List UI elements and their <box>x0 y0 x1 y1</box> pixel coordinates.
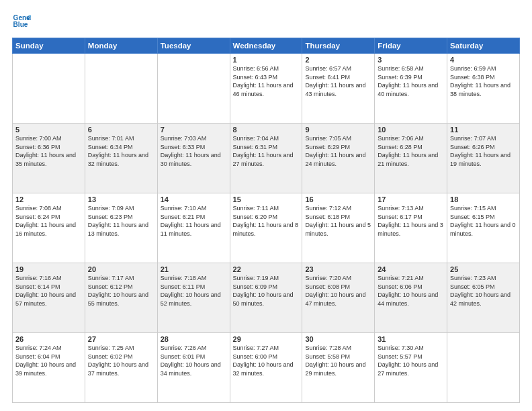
day-info: Sunrise: 7:05 AM Sunset: 6:29 PM Dayligh… <box>305 134 371 168</box>
day-number: 14 <box>161 195 227 203</box>
day-info: Sunrise: 7:15 AM Sunset: 6:15 PM Dayligh… <box>450 204 517 238</box>
day-number: 15 <box>233 195 300 203</box>
calendar-cell: 5Sunrise: 7:00 AM Sunset: 6:36 PM Daylig… <box>13 124 85 193</box>
day-info: Sunrise: 7:26 AM Sunset: 6:01 PM Dayligh… <box>161 344 227 377</box>
calendar-cell: 6Sunrise: 7:01 AM Sunset: 6:34 PM Daylig… <box>85 124 157 193</box>
day-info: Sunrise: 7:01 AM Sunset: 6:34 PM Dayligh… <box>88 134 154 168</box>
calendar-table: SundayMondayTuesdayWednesdayThursdayFrid… <box>12 38 520 403</box>
day-number: 3 <box>378 56 444 64</box>
calendar-cell: 3Sunrise: 6:58 AM Sunset: 6:39 PM Daylig… <box>375 54 447 124</box>
day-info: Sunrise: 6:57 AM Sunset: 6:41 PM Dayligh… <box>305 64 371 98</box>
week-row-1: 1Sunrise: 6:56 AM Sunset: 6:43 PM Daylig… <box>13 54 520 124</box>
day-info: Sunrise: 7:24 AM Sunset: 6:04 PM Dayligh… <box>15 344 82 377</box>
day-number: 26 <box>15 335 82 343</box>
day-number: 28 <box>161 335 227 343</box>
day-info: Sunrise: 7:16 AM Sunset: 6:14 PM Dayligh… <box>15 274 82 308</box>
week-row-3: 12Sunrise: 7:08 AM Sunset: 6:24 PM Dayli… <box>13 193 520 263</box>
day-number: 6 <box>88 126 154 134</box>
day-header-sunday: Sunday <box>13 38 85 54</box>
day-number: 16 <box>305 195 371 203</box>
day-number: 24 <box>378 265 444 273</box>
logo-icon: General Blue <box>12 12 31 31</box>
day-info: Sunrise: 7:07 AM Sunset: 6:26 PM Dayligh… <box>450 134 517 168</box>
day-info: Sunrise: 7:00 AM Sunset: 6:36 PM Dayligh… <box>15 134 82 168</box>
calendar-cell: 7Sunrise: 7:03 AM Sunset: 6:33 PM Daylig… <box>157 124 230 193</box>
day-header-tuesday: Tuesday <box>157 38 230 54</box>
week-row-2: 5Sunrise: 7:00 AM Sunset: 6:36 PM Daylig… <box>13 124 520 193</box>
calendar-cell: 26Sunrise: 7:24 AM Sunset: 6:04 PM Dayli… <box>13 333 85 403</box>
day-number: 25 <box>450 265 517 273</box>
calendar-cell: 8Sunrise: 7:04 AM Sunset: 6:31 PM Daylig… <box>230 124 302 193</box>
day-number: 10 <box>378 126 444 134</box>
calendar-cell: 13Sunrise: 7:09 AM Sunset: 6:23 PM Dayli… <box>85 193 157 263</box>
day-info: Sunrise: 7:19 AM Sunset: 6:09 PM Dayligh… <box>233 274 300 308</box>
day-info: Sunrise: 7:30 AM Sunset: 5:57 PM Dayligh… <box>378 344 444 377</box>
calendar-cell: 29Sunrise: 7:27 AM Sunset: 6:00 PM Dayli… <box>230 333 302 403</box>
logo: General Blue <box>12 12 34 31</box>
day-number: 31 <box>378 335 444 343</box>
calendar-cell: 12Sunrise: 7:08 AM Sunset: 6:24 PM Dayli… <box>13 193 85 263</box>
day-info: Sunrise: 7:09 AM Sunset: 6:23 PM Dayligh… <box>88 204 154 238</box>
calendar-cell: 14Sunrise: 7:10 AM Sunset: 6:21 PM Dayli… <box>157 193 230 263</box>
day-info: Sunrise: 7:28 AM Sunset: 5:58 PM Dayligh… <box>305 344 371 377</box>
calendar-cell: 31Sunrise: 7:30 AM Sunset: 5:57 PM Dayli… <box>375 333 447 403</box>
day-info: Sunrise: 7:06 AM Sunset: 6:28 PM Dayligh… <box>378 134 444 168</box>
day-number: 13 <box>88 195 154 203</box>
day-info: Sunrise: 7:04 AM Sunset: 6:31 PM Dayligh… <box>233 134 300 168</box>
day-number: 30 <box>305 335 371 343</box>
day-number: 1 <box>233 56 300 64</box>
day-number: 12 <box>15 195 82 203</box>
day-header-thursday: Thursday <box>302 38 375 54</box>
calendar-cell: 25Sunrise: 7:23 AM Sunset: 6:05 PM Dayli… <box>447 263 520 333</box>
page: General Blue SundayMondayTuesdayWednesda… <box>0 0 532 411</box>
day-header-saturday: Saturday <box>447 38 520 54</box>
header: General Blue <box>12 12 520 31</box>
day-number: 20 <box>88 265 154 273</box>
calendar-cell: 27Sunrise: 7:25 AM Sunset: 6:02 PM Dayli… <box>85 333 157 403</box>
calendar-cell: 4Sunrise: 6:59 AM Sunset: 6:38 PM Daylig… <box>447 54 520 124</box>
calendar-cell: 18Sunrise: 7:15 AM Sunset: 6:15 PM Dayli… <box>447 193 520 263</box>
day-number: 7 <box>161 126 227 134</box>
day-info: Sunrise: 7:17 AM Sunset: 6:12 PM Dayligh… <box>88 274 154 308</box>
calendar-cell: 10Sunrise: 7:06 AM Sunset: 6:28 PM Dayli… <box>375 124 447 193</box>
calendar-cell: 9Sunrise: 7:05 AM Sunset: 6:29 PM Daylig… <box>302 124 375 193</box>
day-info: Sunrise: 7:12 AM Sunset: 6:18 PM Dayligh… <box>305 204 371 238</box>
day-info: Sunrise: 7:13 AM Sunset: 6:17 PM Dayligh… <box>378 204 444 238</box>
day-info: Sunrise: 7:11 AM Sunset: 6:20 PM Dayligh… <box>233 204 300 238</box>
day-info: Sunrise: 7:23 AM Sunset: 6:05 PM Dayligh… <box>450 274 517 308</box>
day-header-friday: Friday <box>375 38 447 54</box>
week-row-5: 26Sunrise: 7:24 AM Sunset: 6:04 PM Dayli… <box>13 333 520 403</box>
calendar-cell <box>447 333 520 403</box>
day-number: 19 <box>15 265 82 273</box>
day-header-row: SundayMondayTuesdayWednesdayThursdayFrid… <box>13 38 520 54</box>
day-info: Sunrise: 6:59 AM Sunset: 6:38 PM Dayligh… <box>450 64 517 98</box>
day-number: 11 <box>450 126 517 134</box>
calendar-cell: 15Sunrise: 7:11 AM Sunset: 6:20 PM Dayli… <box>230 193 302 263</box>
calendar-cell: 24Sunrise: 7:21 AM Sunset: 6:06 PM Dayli… <box>375 263 447 333</box>
day-info: Sunrise: 7:27 AM Sunset: 6:00 PM Dayligh… <box>233 344 300 377</box>
day-number: 9 <box>305 126 371 134</box>
day-number: 17 <box>378 195 444 203</box>
day-info: Sunrise: 7:18 AM Sunset: 6:11 PM Dayligh… <box>161 274 227 308</box>
day-info: Sunrise: 7:03 AM Sunset: 6:33 PM Dayligh… <box>161 134 227 168</box>
calendar-cell: 1Sunrise: 6:56 AM Sunset: 6:43 PM Daylig… <box>230 54 302 124</box>
calendar-cell <box>85 54 157 124</box>
calendar-cell: 20Sunrise: 7:17 AM Sunset: 6:12 PM Dayli… <box>85 263 157 333</box>
calendar-cell: 28Sunrise: 7:26 AM Sunset: 6:01 PM Dayli… <box>157 333 230 403</box>
calendar-cell: 17Sunrise: 7:13 AM Sunset: 6:17 PM Dayli… <box>375 193 447 263</box>
day-number: 23 <box>305 265 371 273</box>
calendar-cell: 11Sunrise: 7:07 AM Sunset: 6:26 PM Dayli… <box>447 124 520 193</box>
day-info: Sunrise: 7:08 AM Sunset: 6:24 PM Dayligh… <box>15 204 82 238</box>
day-info: Sunrise: 6:58 AM Sunset: 6:39 PM Dayligh… <box>378 64 444 98</box>
calendar-cell: 30Sunrise: 7:28 AM Sunset: 5:58 PM Dayli… <box>302 333 375 403</box>
day-number: 18 <box>450 195 517 203</box>
day-number: 22 <box>233 265 300 273</box>
day-number: 8 <box>233 126 300 134</box>
calendar-cell: 22Sunrise: 7:19 AM Sunset: 6:09 PM Dayli… <box>230 263 302 333</box>
day-info: Sunrise: 6:56 AM Sunset: 6:43 PM Dayligh… <box>233 64 300 98</box>
week-row-4: 19Sunrise: 7:16 AM Sunset: 6:14 PM Dayli… <box>13 263 520 333</box>
day-header-monday: Monday <box>85 38 157 54</box>
day-number: 21 <box>161 265 227 273</box>
calendar-cell: 23Sunrise: 7:20 AM Sunset: 6:08 PM Dayli… <box>302 263 375 333</box>
calendar-cell: 16Sunrise: 7:12 AM Sunset: 6:18 PM Dayli… <box>302 193 375 263</box>
